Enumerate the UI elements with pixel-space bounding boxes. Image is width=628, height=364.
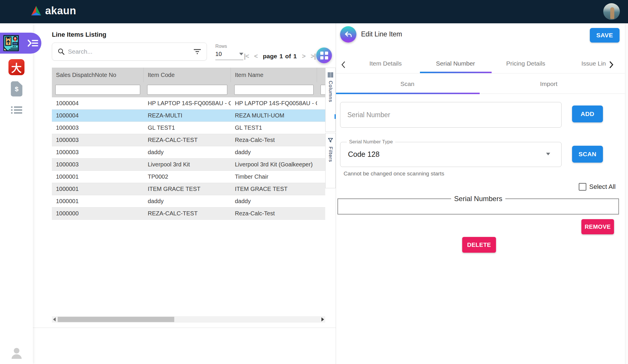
add-button[interactable]: ADD [572,105,603,122]
back-button[interactable] [340,26,356,43]
serial-number-input[interactable] [340,102,562,128]
cell-item-code: REZA-MULTI [144,112,231,119]
table-row[interactable]: 1000003daddydaddy [52,146,325,159]
cell-dispatch-no: 1000003 [52,149,144,156]
filter-input-extra[interactable] [321,85,325,95]
da-app-icon: 大 [8,59,24,75]
save-button[interactable]: SAVE [590,28,620,43]
cell-dispatch-no: 1000000 [52,210,144,217]
table-row[interactable]: 1000001ITEM GRACE TESTITEM GRACE TEST [52,183,325,195]
collapse-menu-icon[interactable] [27,39,38,47]
search-bar[interactable] [52,43,207,61]
tabs-divider [336,73,625,73]
serial-number-type-select[interactable]: Serial Number Type Code 128 [340,142,562,167]
table-row[interactable]: 1000003Liverpool 3rd KitLiverpool 3rd Ki… [52,159,325,171]
back-arrow-icon [344,30,353,39]
filter-input-item-name[interactable] [234,85,314,95]
cell-item-name: ITEM GRACE TEST [231,186,317,192]
akaun-triangle-icon [30,5,42,17]
scan-button[interactable]: SCAN [572,146,603,163]
rows-per-page-control: Rows 10 [215,44,243,60]
sidebar-item-billing[interactable]: $ [0,81,33,97]
prev-page-button[interactable]: < [254,52,258,60]
scroll-right-arrow[interactable] [321,317,324,321]
cell-item-code: REZA-CALC-TEST [144,137,231,143]
pagination: |< < page 1 of 1 > >| [244,52,316,60]
select-all-checkbox[interactable] [579,183,586,191]
dispatch-note-app-icon [2,34,20,52]
cell-item-code: HP LAPTOP 14S-FQ0058AU - G... [144,100,231,107]
brand-logo[interactable]: akaun [30,5,76,17]
cell-dispatch-no: 1000003 [52,137,144,143]
table-header-row: Sales DispatchNote No Item Code Item Nam… [52,68,325,82]
tab-issue-link[interactable]: Issue Lin [581,60,606,67]
tabs-scroll-right-icon[interactable] [609,61,614,68]
filter-input-dispatch-no[interactable] [55,85,140,95]
cell-dispatch-no: 1000004 [52,112,144,119]
table-filter-row [52,82,325,97]
cell-dispatch-no: 1000001 [52,173,144,180]
sidebar-item-dispatch-active[interactable] [0,33,41,54]
sidebar-user-button[interactable] [0,347,33,360]
panel-tabs: Item Details Serial Number Pricing Detai… [336,55,628,73]
col-header-item-code[interactable]: Item Code [144,68,231,82]
cell-item-name: Reza-Calc-Test [231,210,317,217]
bottom-divider [33,328,336,328]
subtab-scan[interactable]: Scan [400,80,414,87]
table-row[interactable]: 1000000REZA-CALC-TESTReza-Calc-Test [52,208,325,220]
tab-serial-number[interactable]: Serial Number [436,60,475,67]
table-row[interactable]: 1000003REZA-CALC-TESTReza-Calc-Test [52,134,325,146]
of-word: of [285,53,291,60]
table-row[interactable]: 1000001TP0002Timber Chair [52,171,325,183]
serial-numbers-legend: Serial Numbers [451,195,505,203]
col-header-dispatch-no[interactable]: Sales DispatchNote No [52,68,144,82]
scroll-left-arrow[interactable] [53,317,56,321]
remove-button[interactable]: REMOVE [581,219,614,234]
top-navbar: akaun [0,0,628,23]
select-all-control[interactable]: Select All [579,183,616,191]
filters-side-tab[interactable]: Filters [325,133,336,188]
table-row[interactable]: 1000004HP LAPTOP 14S-FQ0058AU - G...HP L… [52,97,325,110]
scrollbar-thumb[interactable] [58,317,174,322]
tab-item-details[interactable]: Item Details [370,60,402,67]
search-input[interactable] [68,48,193,55]
person-silhouette-icon [10,347,23,360]
current-page: 1 [279,53,283,60]
filter-input-item-code[interactable] [147,85,227,95]
rows-per-page-select[interactable]: 10 [215,51,243,60]
col-header-extra [317,68,325,82]
table-row[interactable]: 1000001daddydaddy [52,195,325,208]
funnel-icon [327,137,334,144]
tabs-scroll-left-icon[interactable] [341,61,346,68]
chevron-down-icon [546,153,550,155]
user-avatar[interactable] [603,3,620,20]
sidebar-item-da-app[interactable]: 大 [0,59,33,75]
last-page-button[interactable]: >| [311,52,316,60]
line-items-listing-section: Line Items Listing Rows 10 |< < [33,23,336,364]
tab-pricing-details[interactable]: Pricing Details [506,60,545,67]
cell-item-name: REZA MULTI-UOM [231,112,317,119]
grid-view-button[interactable] [316,48,332,63]
sidebar-item-listing[interactable] [0,106,33,115]
table-row-selected[interactable]: 1000004REZA-MULTIREZA MULTI-UOM [52,110,325,122]
app-root: akaun [0,0,628,364]
total-pages: 1 [293,53,297,60]
horizontal-scrollbar[interactable] [52,316,325,323]
table-row[interactable]: 1000003GL TEST1GL TEST1 [52,122,325,134]
col-header-item-name[interactable]: Item Name [231,68,317,82]
sim-dollar-icon: $ [10,81,23,97]
next-page-button[interactable]: > [302,52,305,60]
cell-item-code: Liverpool 3rd Kit [144,161,231,168]
delete-button[interactable]: DELETE [462,237,496,253]
cell-item-code: daddy [144,149,231,156]
cell-item-code: ITEM GRACE TEST [144,186,231,192]
columns-side-tab[interactable]: Columns [325,68,336,132]
panel-title: Edit Line Item [361,30,402,38]
vertical-scrollbar[interactable] [625,23,628,364]
first-page-button[interactable]: |< [244,52,249,60]
filter-list-icon[interactable] [193,48,201,55]
rows-label: Rows [215,44,243,49]
columns-icon [328,72,333,78]
subtab-import[interactable]: Import [540,80,557,87]
columns-tab-label: Columns [328,81,333,102]
